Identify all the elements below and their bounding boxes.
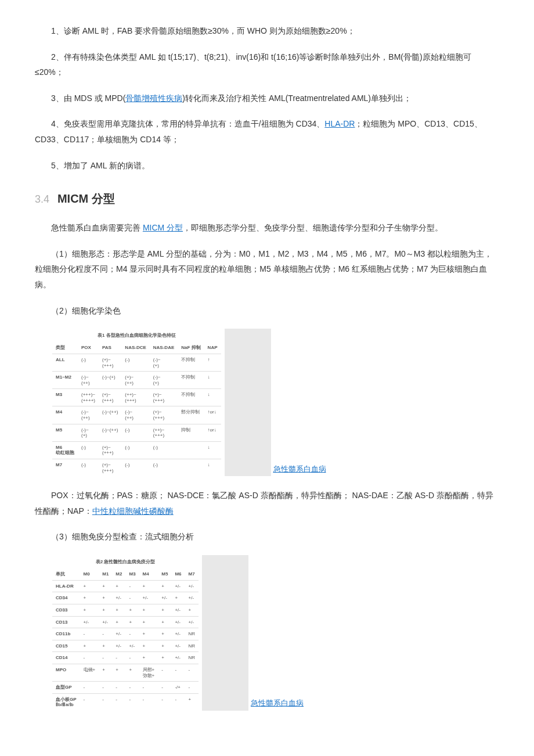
table-1: 类型POXPASNAS-DCENAS-DAENaF 抑制NAPALL(-)(+)… <box>52 342 221 476</box>
table-cell: + <box>80 604 99 616</box>
table-header-cell: M2 <box>112 568 125 580</box>
table-cell: +/- <box>125 640 139 652</box>
micm-intro-a: 急性髓系白血病需要完善 <box>51 223 143 232</box>
table-cell: ↓ <box>204 372 221 389</box>
table-2: 单抗M0M1M2M3M4M5M6M7HLA-DR+++-+++/-+/-CD34… <box>52 568 199 711</box>
table-cell: +/- <box>185 592 199 604</box>
table-cell: - <box>125 652 139 664</box>
table-cell: - <box>99 652 112 664</box>
table-cell: ↑ <box>204 354 221 371</box>
section-3-immune: （3）细胞免疫分型检查：流式细胞分析 <box>35 529 499 545</box>
table-cell: + <box>139 652 158 664</box>
table-cell: - <box>171 693 185 711</box>
table-cell: (+)~ (+++) <box>99 354 121 371</box>
table-cell <box>178 459 204 477</box>
table-header-cell: M3 <box>125 568 139 580</box>
table-header-cell: NAS-DAE <box>150 342 178 354</box>
table-cell: - <box>80 628 99 640</box>
table-cell: (-)~(++) <box>99 424 121 441</box>
table-header-cell: POX <box>78 342 99 354</box>
table-cell: + <box>99 580 112 592</box>
item-3-b: )转化而来及治疗相关性 AML(Treatmentrelated AML)单独列… <box>182 93 412 103</box>
table-header-cell: M7 <box>185 568 199 580</box>
table-cell: ↑or↓ <box>204 424 221 441</box>
table-cell: + <box>139 640 158 652</box>
table-cell: +/- <box>112 628 125 640</box>
table-cell: (-)~ (++) <box>121 406 149 424</box>
table-cell: (-)~ (+) <box>78 424 99 441</box>
table-cell: - <box>125 628 139 640</box>
table-cell: (-) <box>121 354 149 371</box>
table-cell: (+)~ (+++) <box>99 389 121 406</box>
table-cell: M5 <box>52 424 78 441</box>
table-cell: - <box>99 682 112 694</box>
table-2-container: 表2 急性髓性白血病免疫分型 单抗M0M1M2M3M4M5M6M7HLA-DR+… <box>52 555 499 711</box>
table-cell: M7 <box>52 459 78 477</box>
table-cell: (++)~ (+++) <box>121 389 149 406</box>
micm-intro: 急性髓系白血病需要完善 MICM 分型，即细胞形态学分型、免疫学分型、细胞遗传学… <box>35 220 499 236</box>
table-cell: NR <box>185 640 199 652</box>
table-cell: + <box>80 592 99 604</box>
item-3-a: 3、由 MDS 或 MPD( <box>51 93 125 103</box>
table-cell: 部分抑制 <box>178 406 204 424</box>
table-cell: M6 幼红细胞 <box>52 441 78 459</box>
table-cell: + <box>112 616 125 628</box>
table-cell: + <box>158 640 171 652</box>
table-cell: - <box>99 628 112 640</box>
table-cell: +/- <box>171 652 185 664</box>
table-2-caption-link[interactable]: 急性髓系白血病 <box>251 696 304 711</box>
table-cell: ↓ <box>204 459 221 477</box>
table-row: HLA-DR+++-+++/-+/- <box>52 580 199 592</box>
table-row: 血型GP-------/+- <box>52 682 199 694</box>
section-title: MICM 分型 <box>57 192 115 205</box>
table-cell: + <box>80 640 99 652</box>
table-cell: + <box>125 664 139 681</box>
table-cell: ALL <box>52 354 78 371</box>
table-cell: + <box>112 580 125 592</box>
table-cell: +/- <box>171 580 185 592</box>
table-cell: + <box>158 628 171 640</box>
table-cell: - <box>125 682 139 694</box>
table-cell: CD15 <box>52 640 80 652</box>
table-header-cell: NaF 抑制 <box>178 342 204 354</box>
table-cell: 血小板GP Ⅱb/Ⅲa/Ⅰb <box>52 693 80 711</box>
table-cell: + <box>99 664 112 681</box>
abbrev-explain: POX：过氧化酶；PAS：糖原； NAS-DCE：氯乙酸 AS-D 萘酚酯酶，特… <box>35 488 499 519</box>
table-cell: +/- <box>139 592 158 604</box>
table-cell: CD11b <box>52 628 80 640</box>
table-cell: - <box>112 682 125 694</box>
table-cell: + <box>112 664 125 681</box>
table-1-caption-link[interactable]: 急性髓系白血病 <box>273 462 326 477</box>
table-cell: (+)~ (+++) <box>150 389 178 406</box>
table-cell: - <box>99 693 112 711</box>
link-micm[interactable]: MICM 分型 <box>143 223 183 232</box>
table-cell: + <box>158 604 171 616</box>
table-cell: MPO <box>52 664 80 681</box>
table-cell: M1~M2 <box>52 372 78 389</box>
table-cell: + <box>139 616 158 628</box>
table-cell: (+)~ (+++) <box>150 406 178 424</box>
table-cell: CD33 <box>52 604 80 616</box>
table-cell: +/- <box>171 616 185 628</box>
table-cell: (-) <box>150 459 178 477</box>
link-hla-dr[interactable]: HLA-DR <box>324 119 355 128</box>
link-bone-marrow-disease[interactable]: 骨髓增殖性疾病 <box>125 93 182 103</box>
table-cell: ↑or↓ <box>204 406 221 424</box>
item-4: 4、免疫表型需用单克隆抗体，常用的特异单抗有：造血干/祖细胞为 CD34、HLA… <box>35 116 499 147</box>
table-cell: + <box>99 640 112 652</box>
table-cell: +/- <box>185 580 199 592</box>
table-cell: (-) <box>121 424 149 441</box>
link-nap[interactable]: 中性粒细胞碱性磷酸酶 <box>92 506 174 516</box>
table-cell: + <box>139 604 158 616</box>
item-5: 5、增加了 AML 新的病谱。 <box>35 158 499 174</box>
table-cell: + <box>139 580 158 592</box>
table-cell: - <box>139 693 158 711</box>
table-cell: 不抑制 <box>178 354 204 371</box>
table-cell: (-)~ (+) <box>150 354 178 371</box>
table-cell: 血型GP <box>52 682 80 694</box>
table-row: M4(-)~ (++)(-)~(++)(-)~ (++)(+)~ (+++)部分… <box>52 406 221 424</box>
table-cell: 不抑制 <box>178 372 204 389</box>
table-row: M5(-)~ (+)(-)~(++)(-)(++)~ (+++)抑制↑or↓ <box>52 424 221 441</box>
table-cell: (-)~ (++) <box>78 372 99 389</box>
table-cell: -/+ <box>171 682 185 694</box>
